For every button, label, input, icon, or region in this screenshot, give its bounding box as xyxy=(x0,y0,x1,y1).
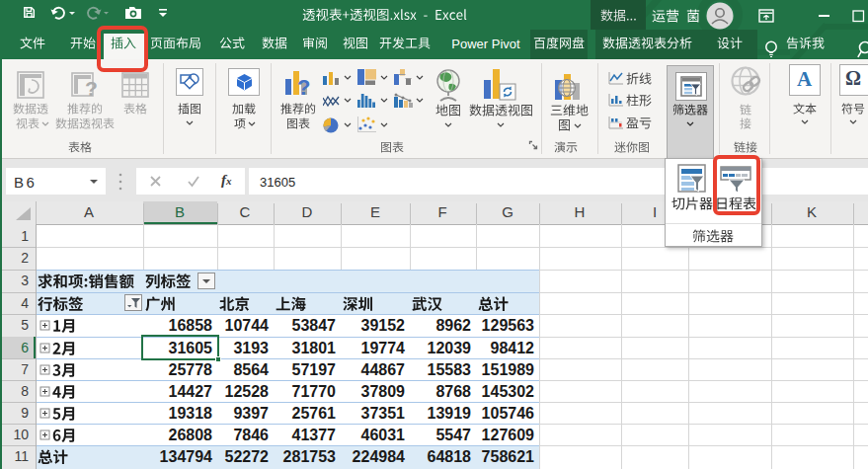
svg-text:?: ? xyxy=(85,77,98,99)
svg-text:?: ? xyxy=(297,75,310,97)
